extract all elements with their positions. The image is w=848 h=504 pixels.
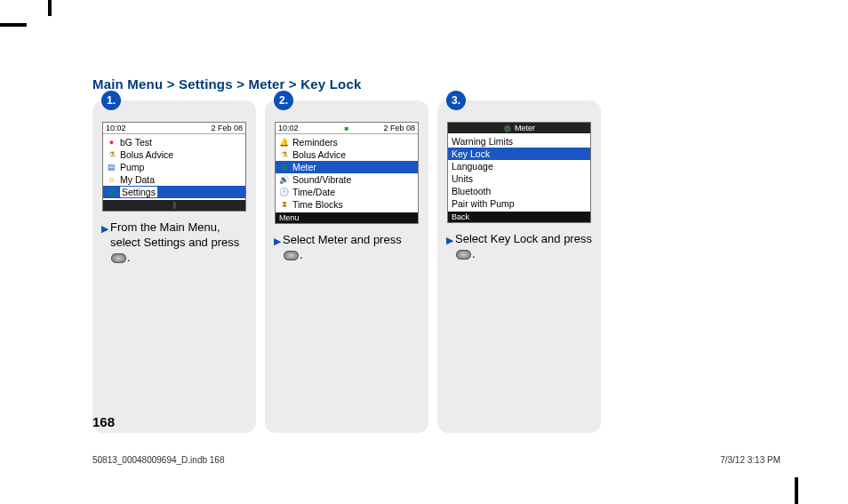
status-time: 10:02 (278, 124, 299, 132)
gear-icon: ☑ (107, 188, 116, 197)
menu-label: Pair with Pump (452, 198, 515, 209)
status-time: 10:02 (106, 124, 126, 132)
caption-pre: From the Main Menu, select Settings and … (110, 220, 239, 249)
arrow-icon: ▶ (446, 232, 453, 246)
menu-label: Language (452, 161, 493, 172)
menu-item-pair[interactable]: Pair with Pump (448, 197, 590, 210)
softkey-left[interactable]: Menu (279, 213, 300, 222)
press-button-icon (284, 251, 299, 260)
menu-list: ● bG Test ⚗ Bolus Advice ▤ Pump ☺ My Dat… (103, 134, 245, 200)
caption-1: ▶ From the Main Menu, select Settings an… (101, 220, 247, 266)
menu-item-warning[interactable]: Warning Limits (448, 135, 590, 148)
bolus-icon: ⚗ (107, 150, 116, 160)
menu-label: Meter (292, 162, 316, 172)
softkey-bar: Menu (276, 212, 418, 223)
status-date: 2 Feb 08 (211, 124, 243, 132)
status-date: 2 Feb 08 (383, 124, 415, 132)
menu-item-meter[interactable]: ◎ Meter (276, 161, 418, 173)
status-bar: 10:02 ■ 2 Feb 08 (276, 123, 418, 134)
menu-item-sound[interactable]: 🔊 Sound/Vibrate (276, 173, 418, 186)
panel-3: 3. ◎ Meter Warning Limits Key Lock (437, 100, 601, 433)
footer: 50813_00048009694_D.indb 168 7/3/12 3:13… (92, 455, 780, 465)
menu-item-bluetooth[interactable]: Bluetooth (448, 185, 590, 197)
softkey-left[interactable]: Back (452, 212, 469, 221)
menu-label: Bolus Advice (292, 149, 346, 160)
arrow-icon: ▶ (274, 233, 281, 247)
menu-item-bgtest[interactable]: ● bG Test (103, 136, 245, 148)
menu-label: Time Blocks (292, 199, 343, 210)
status-center-icon: ■ (345, 124, 349, 132)
status-bar: 10:02 2 Feb 08 (103, 123, 245, 134)
menu-item-keylock[interactable]: Key Lock (448, 148, 590, 160)
page-number: 168 (92, 414, 115, 429)
step-panels: 1. 10:02 2 Feb 08 ● bG Test ⚗ Bolus Advi… (92, 100, 777, 433)
menu-label: Units (452, 173, 473, 184)
menu-item-timedate[interactable]: 🕒 Time/Date (276, 186, 418, 198)
title: ◎ Meter (503, 124, 535, 133)
step-badge-1: 1. (101, 91, 121, 110)
menu-label: Bluetooth (452, 186, 491, 196)
drop-icon: ● (107, 138, 116, 148)
menu-label: Sound/Vibrate (292, 174, 351, 185)
menu-label: My Data (120, 174, 155, 185)
press-button-icon (111, 253, 126, 263)
menu-list: 🔔 Reminders ⚗ Bolus Advice ◎ Meter 🔊 Sou… (276, 134, 418, 212)
meter-icon: ◎ (279, 163, 289, 172)
bolus-icon: ⚗ (279, 150, 289, 160)
menu-item-mydata[interactable]: ☺ My Data (103, 173, 245, 186)
bluetooth-icon: ᛒ (172, 201, 177, 210)
meter-icon: ◎ (503, 124, 513, 133)
title-bar: ◎ Meter (448, 123, 590, 133)
screen-2: 10:02 ■ 2 Feb 08 🔔 Reminders ⚗ Bolus Adv… (275, 122, 419, 224)
step-badge-2: 2. (274, 91, 293, 110)
menu-label: Key Lock (452, 148, 490, 159)
menu-item-timeblocks[interactable]: ⧗ Time Blocks (276, 198, 418, 211)
menu-list: Warning Limits Key Lock Language Units B… (448, 133, 590, 212)
blocks-icon: ⧗ (279, 200, 289, 210)
panel-1: 1. 10:02 2 Feb 08 ● bG Test ⚗ Bolus Advi… (92, 100, 256, 433)
caption-post: . (127, 251, 131, 264)
footer-right: 7/3/12 3:13 PM (720, 455, 780, 465)
arrow-icon: ▶ (101, 220, 108, 235)
bluetooth-bar: ᛒ (103, 200, 245, 211)
screen-1: 10:02 2 Feb 08 ● bG Test ⚗ Bolus Advice … (102, 122, 246, 212)
menu-label: Time/Date (292, 187, 335, 197)
softkey-bar: Back (448, 212, 590, 222)
menu-label: Warning Limits (452, 136, 513, 147)
menu-item-language[interactable]: Language (448, 160, 590, 172)
sound-icon: 🔊 (279, 175, 289, 185)
step-badge-3: 3. (446, 91, 466, 110)
caption-2: ▶ Select Meter and press . (274, 233, 420, 263)
breadcrumb: Main Menu > Settings > Meter > Key Lock (92, 76, 777, 92)
menu-label: Reminders (292, 137, 338, 148)
menu-item-bolus[interactable]: ⚗ Bolus Advice (276, 148, 418, 161)
caption-pre: Select Key Lock and press (455, 232, 592, 245)
menu-item-settings[interactable]: ☑ Settings (103, 186, 245, 198)
menu-item-bolus[interactable]: ⚗ Bolus Advice (103, 148, 245, 161)
menu-label: bG Test (120, 137, 152, 148)
menu-item-reminders[interactable]: 🔔 Reminders (276, 136, 418, 148)
menu-item-pump[interactable]: ▤ Pump (103, 161, 245, 173)
caption-text: Select Meter and press . (283, 233, 420, 263)
footer-left: 50813_00048009694_D.indb 168 (92, 455, 224, 465)
pump-icon: ▤ (107, 163, 116, 172)
panel-2: 2. 10:02 ■ 2 Feb 08 🔔 Reminders ⚗ Bolus … (265, 100, 428, 433)
caption-post: . (472, 247, 476, 260)
caption-text: From the Main Menu, select Settings and … (110, 220, 247, 266)
screen-3: ◎ Meter Warning Limits Key Lock Language (447, 122, 591, 223)
menu-label: Bolus Advice (120, 149, 173, 160)
data-icon: ☺ (107, 175, 116, 185)
menu-item-units[interactable]: Units (448, 172, 590, 185)
caption-pre: Select Meter and press (283, 233, 402, 246)
menu-label: Pump (120, 162, 144, 172)
caption-text: Select Key Lock and press . (455, 232, 592, 262)
caption-post: . (300, 248, 303, 261)
menu-label: Settings (120, 187, 157, 197)
clock-icon: 🕒 (279, 188, 289, 197)
title-text: Meter (515, 124, 535, 132)
caption-3: ▶ Select Key Lock and press . (446, 232, 592, 262)
press-button-icon (456, 250, 471, 260)
bell-icon: 🔔 (279, 138, 289, 148)
